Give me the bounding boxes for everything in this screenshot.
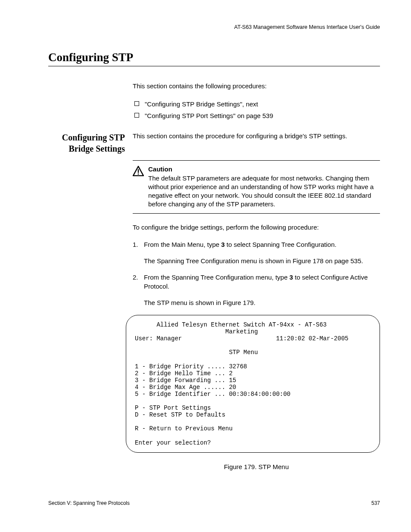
page-header: AT-S63 Management Software Menus Interfa… — [48, 24, 380, 30]
caution-heading: Caution — [148, 165, 172, 173]
step-sub: The Spanning Tree Configuration menu is … — [144, 257, 380, 265]
step-text: From the Main Menu, type — [144, 241, 221, 248]
step-bold: 3 — [221, 241, 224, 248]
lead-paragraph: To configure the bridge settings, perfor… — [133, 223, 380, 232]
subsection-heading: Configuring STP Bridge Settings — [48, 132, 133, 154]
caution-box: Caution The default STP parameters are a… — [133, 160, 380, 213]
terminal-screenshot: Allied Telesyn Ethernet Switch AT-94xx -… — [126, 315, 380, 453]
bullet-item: "Configuring STP Port Settings" on page … — [133, 110, 380, 121]
intro-paragraph: This section contains the following proc… — [133, 82, 380, 90]
subsection-intro: This section contains the procedure for … — [133, 132, 380, 154]
step-item: 1. From the Main Menu, type 3 to select … — [133, 240, 380, 266]
footer-right: 537 — [371, 500, 380, 506]
step-number: 2. — [133, 273, 144, 307]
bullet-item: "Configuring STP Bridge Settings", next — [133, 98, 380, 110]
step-number: 1. — [133, 240, 144, 266]
page-footer: Section V: Spanning Tree Protocols 537 — [48, 500, 380, 506]
section-title: Configuring STP — [48, 51, 380, 66]
step-text: From the Spanning Tree Configuration men… — [144, 274, 290, 281]
caution-icon — [133, 166, 146, 178]
procedure-bullets: "Configuring STP Bridge Settings", next … — [133, 98, 380, 121]
footer-left: Section V: Spanning Tree Protocols — [48, 500, 130, 506]
step-bold: 3 — [290, 274, 293, 281]
caution-body: The default STP parameters are adequate … — [148, 174, 374, 208]
step-text: to select Spanning Tree Configuration. — [225, 241, 336, 248]
svg-point-1 — [138, 174, 139, 175]
figure-caption: Figure 179. STP Menu — [133, 463, 380, 470]
step-list: 1. From the Main Menu, type 3 to select … — [133, 240, 380, 307]
step-item: 2. From the Spanning Tree Configuration … — [133, 273, 380, 307]
step-sub: The STP menu is shown in Figure 179. — [144, 299, 380, 307]
